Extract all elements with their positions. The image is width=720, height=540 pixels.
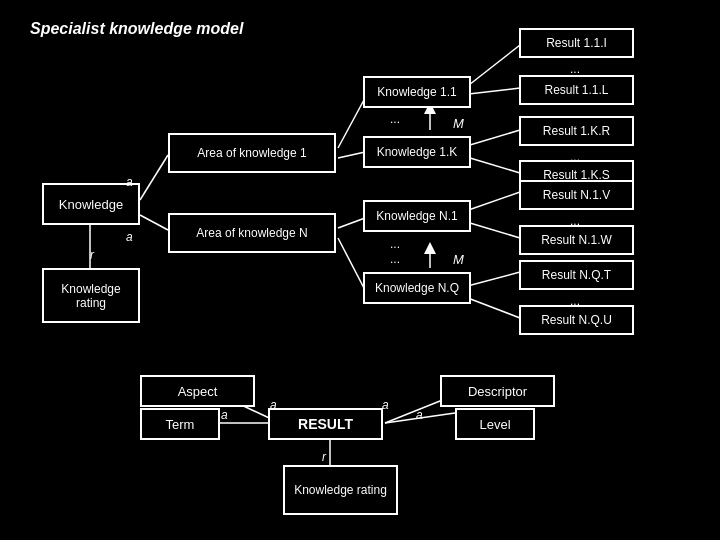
knowledge-rating-bottom-box: Knowledge rating	[283, 465, 398, 515]
dots-r11i: ...	[570, 62, 580, 76]
rnqu-box: Result N.Q.U	[519, 305, 634, 335]
m-label-1: M	[453, 116, 464, 131]
r-label-1: r	[90, 248, 94, 262]
svg-line-3	[338, 98, 365, 148]
rnqt-box: Result N.Q.T	[519, 260, 634, 290]
a-label-bottom-4: a	[416, 408, 423, 422]
a-label-bottom-1: a	[221, 408, 228, 422]
a-label-bottom-2: a	[270, 398, 277, 412]
a-label-2: a	[126, 230, 133, 244]
svg-line-2	[140, 215, 168, 230]
svg-line-4	[338, 152, 365, 158]
aspect-box: Aspect	[140, 375, 255, 407]
a-label-1: a	[126, 175, 133, 189]
k1k-box: Knowledge 1.K	[363, 136, 471, 168]
knowledge-box: Knowledge	[42, 183, 140, 225]
m-label-2: M	[453, 252, 464, 267]
svg-line-5	[338, 218, 365, 228]
level-box: Level	[455, 408, 535, 440]
knq-box: Knowledge N.Q	[363, 272, 471, 304]
r11i-box: Result 1.1.I	[519, 28, 634, 58]
r1kr-box: Result 1.K.R	[519, 116, 634, 146]
page-title: Specialist knowledge model	[30, 20, 243, 38]
k11-box: Knowledge 1.1	[363, 76, 471, 108]
dots-1a: ...	[390, 112, 400, 126]
descriptor-box: Descriptor	[440, 375, 555, 407]
term-box: Term	[140, 408, 220, 440]
rn1w-box: Result N.1.W	[519, 225, 634, 255]
areaN-box: Area of knowledge N	[168, 213, 336, 253]
r11l-box: Result 1.1.L	[519, 75, 634, 105]
dots-2a: ...	[390, 237, 400, 251]
area1-box: Area of knowledge 1	[168, 133, 336, 173]
rn1v-box: Result N.1.V	[519, 180, 634, 210]
kn1-box: Knowledge N.1	[363, 200, 471, 232]
a-label-bottom-3: a	[382, 398, 389, 412]
svg-line-6	[338, 238, 365, 290]
knowledge-rating-top-box: Knowledge rating	[42, 268, 140, 323]
dots-2b: ...	[390, 252, 400, 266]
r-label-bottom: r	[322, 450, 326, 464]
result-box: RESULT	[268, 408, 383, 440]
svg-line-0	[140, 155, 168, 200]
